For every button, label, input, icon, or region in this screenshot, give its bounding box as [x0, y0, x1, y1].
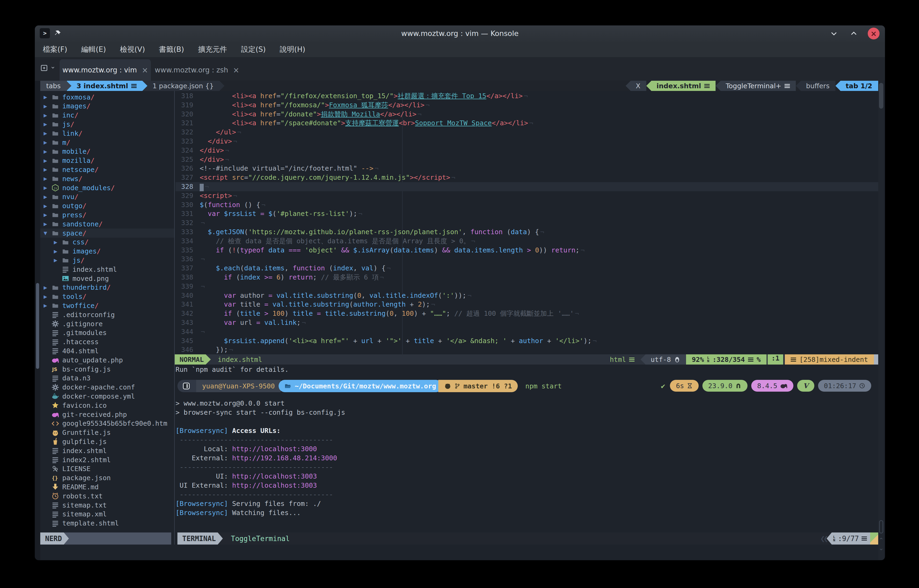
scrollbar-thumb[interactable] [879, 83, 883, 109]
scroll-up-icon[interactable]: ⌃ [878, 537, 884, 543]
tree-item-docker-apache.conf[interactable]: docker-apache.conf [40, 383, 174, 392]
tree-item-foxmosa[interactable]: ▶foxmosa/ [40, 92, 174, 102]
tabline-tab-1[interactable]: 3 index.shtml [67, 81, 147, 91]
tree-item-Gruntfile.js[interactable]: Gruntfile.js [40, 428, 174, 437]
tree-item-mobile[interactable]: ▶mobile/ [40, 147, 174, 156]
code-line-345[interactable]: 345 $rssList.append('<li><a href="' + ur… [176, 336, 878, 346]
command-input[interactable]: npm start [525, 382, 561, 390]
terminal-view[interactable]: tabs 3 index.shtml 1 package.json {} X i… [35, 81, 885, 560]
maximize-button[interactable] [848, 27, 860, 39]
tree-item-docker-compose.yml[interactable]: docker-compose.yml [40, 392, 174, 401]
menu-item[interactable]: 說明(H) [280, 45, 305, 54]
menu-item[interactable]: 檢視(V) [120, 45, 145, 54]
code-line-346[interactable]: 346 });¬ [176, 345, 878, 354]
code-line-339[interactable]: 339¬ [176, 282, 878, 291]
code-line-328[interactable]: 328¬ [176, 182, 878, 191]
tree-item-sitemap.xml[interactable]: sitemap.xml [40, 510, 174, 519]
chevron-expanded-icon[interactable]: ▼ [40, 230, 50, 236]
code-line-342[interactable]: 342 if (title > 100) title = title.subst… [176, 309, 878, 318]
tree-item-inc[interactable]: ▶inc/ [40, 111, 174, 120]
code-line-336[interactable]: 336¬ [176, 255, 878, 264]
tree-item-js[interactable]: ▶js/ [40, 256, 174, 265]
code-line-323[interactable]: 323 </div>¬ [176, 137, 878, 146]
close-button[interactable]: × [868, 27, 880, 39]
code-line-327[interactable]: 327<script src="//code.jquery.com/jquery… [176, 173, 878, 182]
code-line-334[interactable]: 334 // 檢查 data 是否是個 object、data.items 是否… [176, 237, 878, 246]
chevron-collapsed-icon[interactable]: ▶ [40, 140, 50, 145]
tab-close-icon[interactable]: × [142, 66, 148, 74]
code-line-344[interactable]: 344¬ [176, 327, 878, 336]
tree-item-sitemap.txt[interactable]: sitemap.txt [40, 501, 174, 510]
code-line-318[interactable]: 318 <li><a href="/firefox/extension_top_… [176, 92, 878, 100]
code-line-324[interactable]: 324</div>¬ [176, 146, 878, 155]
tree-item-LICENSE[interactable]: LICENSE [40, 464, 174, 473]
menu-item[interactable]: 檔案(F) [43, 45, 67, 54]
tree-item-git-received.php[interactable]: git-received.php [40, 410, 174, 419]
tree-item-index.shtml[interactable]: index.shtml [40, 265, 174, 274]
scrollbar-thumb[interactable] [36, 283, 39, 369]
tab-close-icon[interactable]: × [233, 66, 239, 74]
tree-item-css[interactable]: ▶css/ [40, 237, 174, 247]
tree-item-sandstone[interactable]: ▶sandstone/ [40, 220, 174, 229]
tree-item-tools[interactable]: ▶tools/ [40, 292, 174, 301]
scrollbar-left[interactable] [35, 81, 40, 560]
code-line-320[interactable]: 320 <li><a href="/donate">捐款贊助 Mozilla</… [176, 110, 878, 119]
tree-item-images[interactable]: ▶images/ [40, 247, 174, 256]
tree-item-netscape[interactable]: ▶netscape/ [40, 165, 174, 174]
tree-item-mozilla[interactable]: ▶mozilla/ [40, 156, 174, 165]
chevron-collapsed-icon[interactable]: ▶ [40, 185, 50, 191]
code-line-321[interactable]: 321 <li><a href="/space#donate">支持摩茲工寮營運… [176, 119, 878, 128]
code-line-331[interactable]: 331 var $rssList = $('#planet-rss-list')… [176, 209, 878, 218]
chevron-collapsed-icon[interactable]: ▶ [40, 176, 50, 181]
konsole-tab[interactable]: www.moztw.org : zsh× [151, 59, 243, 81]
tree-item-moved.png[interactable]: moved.png [40, 274, 174, 283]
chevron-collapsed-icon[interactable]: ▶ [40, 212, 50, 218]
tree-item-images[interactable]: ▶images/ [40, 102, 174, 111]
tree-item-press[interactable]: ▶press/ [40, 210, 174, 220]
code-line-319[interactable]: 319 <li><a href="/foxmosa/">Foxmosa 狐耳摩莎… [176, 100, 878, 110]
chevron-collapsed-icon[interactable]: ▶ [40, 121, 50, 127]
konsole-tab[interactable]: www.moztw.org : vim× [60, 59, 151, 81]
tree-item-.gitignore[interactable]: .gitignore [40, 319, 174, 328]
tree-item-data.n3[interactable]: data.n3 [40, 374, 174, 383]
tree-item-link[interactable]: ▶link/ [40, 129, 174, 138]
code-line-337[interactable]: 337 $.each(data.items, function (index, … [176, 264, 878, 273]
code-line-333[interactable]: 333 $.getJSON('https://moztw.github.io/p… [176, 228, 878, 237]
code-line-322[interactable]: 322 </ul>¬ [176, 128, 878, 137]
chevron-collapsed-icon[interactable]: ▶ [50, 257, 61, 263]
chevron-collapsed-icon[interactable]: ▶ [40, 94, 50, 100]
tree-item-m[interactable]: ▶m/ [40, 138, 174, 147]
window-separator[interactable] [174, 91, 175, 544]
editor-buffer[interactable]: 318 <li><a href="/firefox/extension_top_… [176, 81, 878, 354]
tree-item-thunderbird[interactable]: ▶thunderbird/ [40, 283, 174, 292]
tree-item-.gitmodules[interactable]: .gitmodules [40, 328, 174, 338]
tree-item-index.shtml[interactable]: index.shtml [40, 446, 174, 455]
code-line-341[interactable]: 341 var title = val.title.substring(auth… [176, 300, 878, 309]
code-line-340[interactable]: 340 var author = val.title.substring(0, … [176, 291, 878, 300]
tree-item-space[interactable]: ▼space/ [40, 229, 174, 237]
tree-item-favicon.ico[interactable]: favicon.ico [40, 401, 174, 410]
chevron-collapsed-icon[interactable]: ▶ [40, 221, 50, 227]
code-line-335[interactable]: 335 if (!(typeof data === 'object' && $.… [176, 246, 878, 255]
tree-item-outgo[interactable]: ▶outgo/ [40, 202, 174, 211]
new-tab-button[interactable] [40, 63, 55, 72]
menu-item[interactable]: 書籤(B) [159, 45, 184, 54]
tree-item-README.md[interactable]: README.md [40, 482, 174, 491]
tree-item-template.shtml[interactable]: template.shtml [40, 519, 174, 528]
tree-item-node_modules[interactable]: ▶jsnode_modules/ [40, 183, 174, 192]
chevron-collapsed-icon[interactable]: ▶ [40, 158, 50, 163]
chevron-collapsed-icon[interactable]: ▶ [40, 294, 50, 299]
scroll-down-icon[interactable]: ⌄ [878, 545, 884, 551]
minimize-button[interactable] [828, 27, 840, 39]
menu-item[interactable]: 設定(S) [241, 45, 266, 54]
chevron-collapsed-icon[interactable]: ▶ [50, 249, 61, 254]
code-line-332[interactable]: 332¬ [176, 218, 878, 228]
tree-item-google955345b65bfc90e0.htm[interactable]: google955345b65bfc90e0.htm [40, 419, 174, 428]
tree-item-index2.shtml[interactable]: index2.shtml [40, 455, 174, 464]
tree-item-robots.txt[interactable]: robots.txt [40, 491, 174, 501]
tree-item-404.shtml[interactable]: 404.shtml [40, 346, 174, 355]
chevron-collapsed-icon[interactable]: ▶ [40, 131, 50, 136]
chevron-collapsed-icon[interactable]: ▶ [40, 103, 50, 109]
titlebar[interactable]: > www.moztw.org : vim — Konsole × [35, 26, 885, 42]
tree-item-js[interactable]: ▶js/ [40, 120, 174, 129]
